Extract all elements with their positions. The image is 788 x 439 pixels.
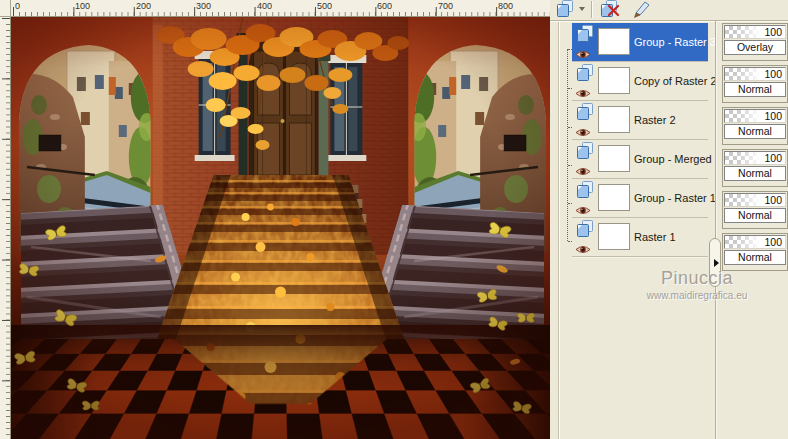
- opacity-slider[interactable]: 100: [724, 193, 786, 207]
- blend-mode-select[interactable]: Normal: [724, 250, 786, 265]
- layers-palette: Group - Raster 3 Copy of Raster 2 Raster…: [550, 0, 788, 439]
- layer-name: Copy of Raster 2: [634, 62, 717, 100]
- layer-row-copy-of-raster-2[interactable]: Copy of Raster 2: [572, 62, 708, 101]
- ruler-label: 400: [257, 1, 272, 11]
- visibility-eye-icon[interactable]: [575, 46, 591, 57]
- opacity-slider[interactable]: 100: [724, 25, 786, 39]
- opacity-slider[interactable]: 100: [724, 235, 786, 249]
- visibility-eye-icon[interactable]: [575, 241, 591, 252]
- layer-name: Group - Merged: [634, 140, 712, 178]
- vertical-ruler: [0, 17, 11, 439]
- palette-left-edge: [558, 21, 560, 439]
- blend-mode-select[interactable]: Normal: [724, 166, 786, 181]
- layer-thumbnail: [598, 106, 630, 133]
- ruler-label: 300: [196, 1, 211, 11]
- blend-mode-select[interactable]: Normal: [724, 124, 786, 139]
- falling-leaf-icon: [154, 254, 520, 365]
- collapse-arrow-icon: [714, 259, 719, 267]
- visibility-eye-icon[interactable]: [575, 163, 591, 174]
- layer-name: Raster 1: [634, 218, 676, 256]
- visibility-eye-icon[interactable]: [575, 124, 591, 135]
- layer-controls-column: 100 Overlay 100 Normal 100 Normal 100 No…: [722, 23, 786, 275]
- layer-thumbnail: [598, 223, 630, 250]
- horizontal-ruler: 0 100 200 300 400 500 600 700 800: [11, 0, 550, 17]
- visibility-eye-icon[interactable]: [575, 202, 591, 213]
- ruler-label: 700: [438, 1, 453, 11]
- layers-toolbar: [550, 0, 788, 21]
- opacity-value: 100: [764, 152, 782, 164]
- layer-name: Raster 2: [634, 101, 676, 139]
- watermark-site: www.maidiregrafica.eu: [608, 290, 786, 301]
- layer-name: Group - Raster 3: [634, 23, 716, 61]
- raster-layer-icon: [576, 181, 594, 199]
- raster-layer-icon: [576, 142, 594, 160]
- blend-mode-select[interactable]: Normal: [724, 208, 786, 223]
- opacity-value: 100: [764, 236, 782, 248]
- toolbar-separator: [591, 1, 593, 18]
- watermark-name: Pinuccia: [608, 268, 786, 289]
- raster-layer-icon: [576, 25, 594, 43]
- layer-controls-raster-2: 100 Normal: [722, 107, 788, 145]
- edit-pen-button[interactable]: [632, 0, 656, 19]
- ruler-label: 100: [75, 1, 90, 11]
- opacity-value: 100: [764, 68, 782, 80]
- ruler-label: 0: [15, 1, 20, 11]
- new-layer-button[interactable]: [556, 0, 578, 19]
- layer-thumbnail: [598, 184, 630, 211]
- layer-thumbnail: [598, 28, 630, 55]
- visibility-eye-icon[interactable]: [575, 85, 591, 96]
- ruler-label: 500: [317, 1, 332, 11]
- opacity-slider[interactable]: 100: [724, 151, 786, 165]
- butterfly-icon: [14, 222, 534, 414]
- layers-list: Group - Raster 3 Copy of Raster 2 Raster…: [572, 23, 708, 257]
- watermark: Pinuccia www.maidiregrafica.eu: [608, 268, 786, 301]
- ruler-label: 800: [498, 1, 513, 11]
- opacity-slider[interactable]: 100: [724, 67, 786, 81]
- layer-row-raster-1[interactable]: Raster 1: [572, 218, 708, 257]
- paintshop-pro-workspace: 0 100 200 300 400 500 600 700 800: [0, 0, 788, 439]
- blend-mode-select[interactable]: Normal: [724, 82, 786, 97]
- layer-row-raster-2[interactable]: Raster 2: [572, 101, 708, 140]
- ruler-label: 200: [136, 1, 151, 11]
- raster-layer-icon: [576, 103, 594, 121]
- image-canvas[interactable]: [11, 17, 550, 439]
- layer-row-group-merged[interactable]: Group - Merged: [572, 140, 708, 179]
- layer-thumbnail: [598, 67, 630, 94]
- layer-row-group-raster-1[interactable]: Group - Raster 1: [572, 179, 708, 218]
- delete-layer-button[interactable]: [600, 0, 626, 19]
- layer-controls-copy-of-raster-2: 100 Normal: [722, 65, 788, 103]
- opacity-value: 100: [764, 26, 782, 38]
- ruler-corner: [0, 0, 11, 17]
- butterflies-overlay: [11, 17, 550, 439]
- opacity-slider[interactable]: 100: [724, 109, 786, 123]
- layer-controls-group-raster-1: 100 Normal: [722, 191, 788, 229]
- layer-controls-group-merged: 100 Normal: [722, 149, 788, 187]
- palette-divider: [715, 21, 717, 439]
- layer-controls-group-raster-3: 100 Overlay: [722, 23, 788, 61]
- opacity-value: 100: [764, 110, 782, 122]
- ruler-label: 600: [377, 1, 392, 11]
- layer-row-group-raster-3[interactable]: Group - Raster 3: [572, 23, 708, 62]
- opacity-value: 100: [764, 194, 782, 206]
- layer-thumbnail: [598, 145, 630, 172]
- raster-layer-icon: [576, 220, 594, 238]
- raster-layer-icon: [576, 64, 594, 82]
- layer-name: Group - Raster 1: [634, 179, 716, 217]
- new-layer-dropdown-icon[interactable]: [579, 7, 585, 11]
- layer-controls-raster-1: 100 Normal: [722, 233, 788, 271]
- blend-mode-select[interactable]: Overlay: [724, 40, 786, 55]
